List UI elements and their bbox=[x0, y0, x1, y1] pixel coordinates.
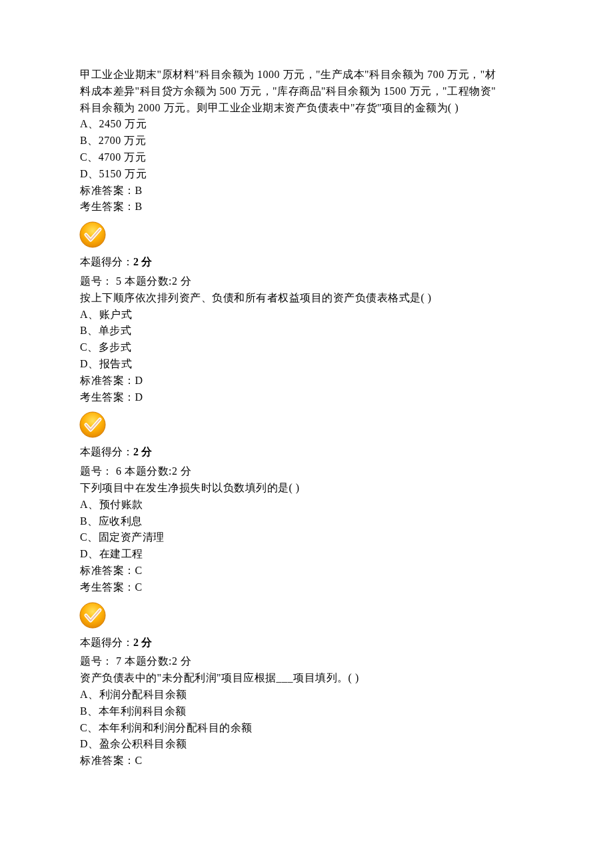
question-header: 题号： 7 本题分数:2 分 bbox=[80, 653, 533, 670]
question-stem: 按上下顺序依次排列资产、负债和所有者权益项目的资产负债表格式是( ) bbox=[80, 290, 533, 307]
svg-point-2 bbox=[80, 603, 105, 628]
question-stem-line: 料成本差异"科目贷方余额为 500 万元，"库存商品"科目余额为 1500 万元… bbox=[80, 83, 533, 100]
question-stem-line: 科目余额为 2000 万元。则甲工业企业期末资产负债表中"存货"项目的金额为( … bbox=[80, 100, 533, 117]
standard-answer: 标准答案：D bbox=[80, 373, 533, 389]
score-label: 本题得分： bbox=[80, 637, 133, 648]
correct-check-icon bbox=[79, 411, 107, 439]
option-c: C、4700 万元 bbox=[80, 149, 533, 166]
question-header: 题号： 6 本题分数:2 分 bbox=[80, 463, 533, 480]
question-stem: 资产负债表中的"未分配利润"项目应根据___项目填列。( ) bbox=[80, 670, 533, 687]
question-stem-line: 甲工业企业期末"原材料"科目余额为 1000 万元，"生产成本"科目余额为 70… bbox=[80, 67, 533, 83]
option-d: D、报告式 bbox=[80, 356, 533, 373]
option-d: D、在建工程 bbox=[80, 546, 533, 563]
option-b: B、2700 万元 bbox=[80, 133, 533, 149]
option-a: A、预付账款 bbox=[80, 497, 533, 513]
question-7: 题号： 7 本题分数:2 分 资产负债表中的"未分配利润"项目应根据___项目填… bbox=[80, 653, 533, 769]
student-answer: 考生答案：C bbox=[80, 579, 533, 596]
question-4: 甲工业企业期末"原材料"科目余额为 1000 万元，"生产成本"科目余额为 70… bbox=[80, 67, 533, 271]
standard-answer: 标准答案：B bbox=[80, 183, 533, 199]
option-b: B、应收利息 bbox=[80, 513, 533, 530]
standard-answer: 标准答案：C bbox=[80, 753, 533, 769]
score-label: 本题得分： bbox=[80, 446, 133, 457]
option-c: C、固定资产清理 bbox=[80, 529, 533, 546]
standard-answer: 标准答案：C bbox=[80, 563, 533, 579]
correct-check-icon bbox=[79, 221, 107, 249]
option-c: C、多步式 bbox=[80, 339, 533, 356]
score-line: 本题得分：2 分 bbox=[80, 635, 533, 651]
option-c: C、本年利润和利润分配科目的余额 bbox=[80, 720, 533, 737]
option-d: D、盈余公积科目余额 bbox=[80, 736, 533, 753]
option-b: B、本年利润科目余额 bbox=[80, 703, 533, 720]
score-value: 2 分 bbox=[133, 637, 152, 648]
correct-check-icon bbox=[79, 601, 107, 629]
score-label: 本题得分： bbox=[80, 256, 133, 267]
score-value: 2 分 bbox=[133, 446, 152, 457]
student-answer: 考生答案：D bbox=[80, 389, 533, 406]
svg-point-0 bbox=[80, 222, 105, 247]
option-a: A、2450 万元 bbox=[80, 116, 533, 133]
option-a: A、账户式 bbox=[80, 307, 533, 323]
option-d: D、5150 万元 bbox=[80, 166, 533, 183]
option-b: B、单步式 bbox=[80, 323, 533, 339]
question-stem: 下列项目中在发生净损失时以负数填列的是( ) bbox=[80, 480, 533, 497]
score-value: 2 分 bbox=[133, 256, 152, 267]
score-line: 本题得分：2 分 bbox=[80, 444, 533, 461]
page-content: 甲工业企业期末"原材料"科目余额为 1000 万元，"生产成本"科目余额为 70… bbox=[0, 0, 613, 812]
option-a: A、利润分配科目余额 bbox=[80, 687, 533, 703]
question-5: 题号： 5 本题分数:2 分 按上下顺序依次排列资产、负债和所有者权益项目的资产… bbox=[80, 273, 533, 461]
svg-point-1 bbox=[80, 412, 105, 437]
question-6: 题号： 6 本题分数:2 分 下列项目中在发生净损失时以负数填列的是( ) A、… bbox=[80, 463, 533, 651]
student-answer: 考生答案：B bbox=[80, 199, 533, 215]
question-header: 题号： 5 本题分数:2 分 bbox=[80, 273, 533, 290]
score-line: 本题得分：2 分 bbox=[80, 254, 533, 271]
